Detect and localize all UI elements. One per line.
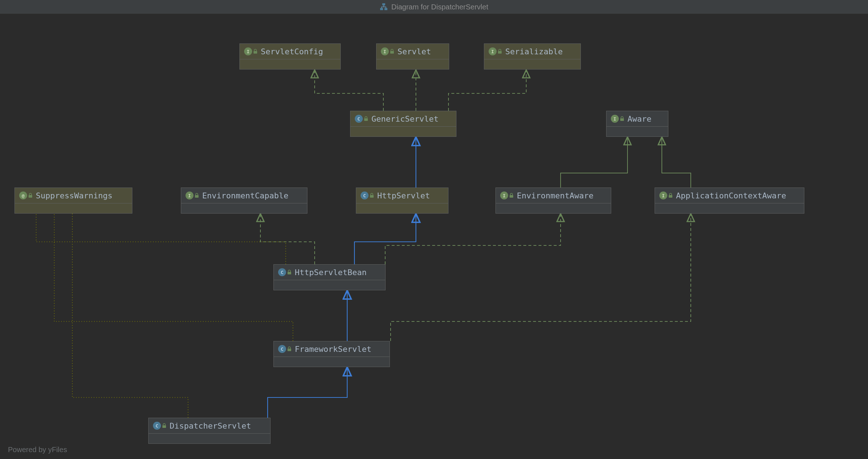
node-label: HttpServletBean — [295, 268, 367, 277]
lock-icon — [194, 193, 199, 198]
node-label: ApplicationContextAware — [676, 191, 786, 200]
class-icon: C — [153, 422, 167, 430]
svg-rect-14 — [288, 349, 291, 351]
uml-diagram-icon — [380, 3, 388, 11]
interface-icon: I — [489, 47, 502, 55]
node-body — [181, 203, 307, 213]
annotation-icon: @ — [19, 191, 33, 199]
node-body — [496, 203, 611, 213]
interface-icon: I — [244, 47, 258, 55]
node-label: ServletConfig — [261, 47, 323, 56]
lock-icon — [668, 193, 673, 198]
titlebar-text: Diagram for DispatcherServlet — [391, 3, 488, 11]
lock-icon — [287, 346, 292, 351]
lock-icon — [369, 193, 374, 198]
node-label: GenericServlet — [371, 114, 438, 123]
node-body — [240, 59, 340, 69]
node-body — [607, 126, 668, 136]
node-label: HttpServlet — [377, 191, 430, 200]
class-icon: C — [355, 115, 369, 123]
node-environment-aware[interactable]: I EnvironmentAware — [495, 188, 611, 214]
node-servlet[interactable]: I Servlet — [376, 43, 449, 70]
lock-icon — [363, 116, 369, 121]
class-icon: C — [278, 268, 292, 276]
svg-rect-1 — [380, 8, 383, 10]
lock-icon — [28, 193, 33, 198]
interface-icon: I — [611, 115, 625, 123]
svg-rect-4 — [390, 51, 394, 54]
node-http-servlet-bean[interactable]: C HttpServletBean — [273, 264, 386, 290]
powered-by-footer: Powered by yFiles — [8, 446, 67, 454]
node-environment-capable[interactable]: I EnvironmentCapable — [181, 188, 307, 214]
node-body — [350, 126, 456, 136]
node-body — [15, 203, 132, 213]
node-application-context-aware[interactable]: I ApplicationContextAware — [655, 188, 804, 214]
node-http-servlet[interactable]: C HttpServlet — [356, 188, 448, 214]
svg-rect-3 — [254, 51, 257, 54]
lock-icon — [162, 423, 167, 428]
lock-icon — [287, 270, 292, 275]
lock-icon — [390, 49, 395, 54]
diagram-edges — [0, 14, 868, 459]
node-label: FrameworkServlet — [295, 345, 371, 354]
node-aware[interactable]: I Aware — [606, 111, 668, 137]
class-icon: C — [278, 345, 292, 353]
node-body — [484, 59, 580, 69]
node-body — [376, 59, 449, 69]
node-framework-servlet[interactable]: C FrameworkServlet — [273, 341, 390, 367]
node-generic-servlet[interactable]: C GenericServlet — [350, 111, 456, 137]
interface-icon: I — [186, 191, 199, 199]
lock-icon — [253, 49, 258, 54]
node-label: SuppressWarnings — [36, 191, 112, 200]
node-servlet-config[interactable]: I ServletConfig — [239, 43, 341, 70]
svg-rect-7 — [620, 118, 624, 121]
svg-rect-8 — [29, 195, 32, 198]
svg-rect-12 — [669, 195, 672, 198]
node-label: Servlet — [397, 47, 431, 56]
node-label: EnvironmentAware — [517, 191, 593, 200]
lock-icon — [497, 49, 502, 54]
interface-icon: I — [381, 47, 395, 55]
svg-rect-2 — [384, 8, 387, 10]
svg-rect-11 — [510, 195, 513, 198]
svg-rect-15 — [162, 425, 166, 428]
node-label: Aware — [627, 114, 651, 123]
titlebar: Diagram for DispatcherServlet — [0, 0, 868, 14]
node-body — [274, 280, 385, 290]
node-serializable[interactable]: I Serializable — [484, 43, 581, 70]
interface-icon: I — [500, 191, 514, 199]
class-icon: C — [361, 191, 374, 199]
node-body — [274, 357, 390, 367]
diagram-canvas[interactable]: I ServletConfig I Servlet I Serializable… — [0, 14, 868, 459]
node-label: EnvironmentCapable — [202, 191, 288, 200]
node-dispatcher-servlet[interactable]: C DispatcherServlet — [148, 418, 271, 444]
lock-icon — [509, 193, 514, 198]
node-body — [655, 203, 804, 213]
node-body — [356, 203, 448, 213]
lock-icon — [620, 116, 625, 121]
node-body — [149, 433, 270, 443]
svg-rect-0 — [382, 3, 385, 5]
svg-rect-6 — [364, 118, 368, 121]
svg-rect-10 — [370, 195, 374, 198]
svg-rect-5 — [498, 51, 502, 54]
interface-icon: I — [659, 191, 673, 199]
node-suppress-warnings[interactable]: @ SuppressWarnings — [14, 188, 132, 214]
node-label: Serializable — [505, 47, 563, 56]
svg-rect-9 — [195, 195, 199, 198]
svg-rect-13 — [288, 272, 291, 274]
node-label: DispatcherServlet — [170, 421, 251, 430]
